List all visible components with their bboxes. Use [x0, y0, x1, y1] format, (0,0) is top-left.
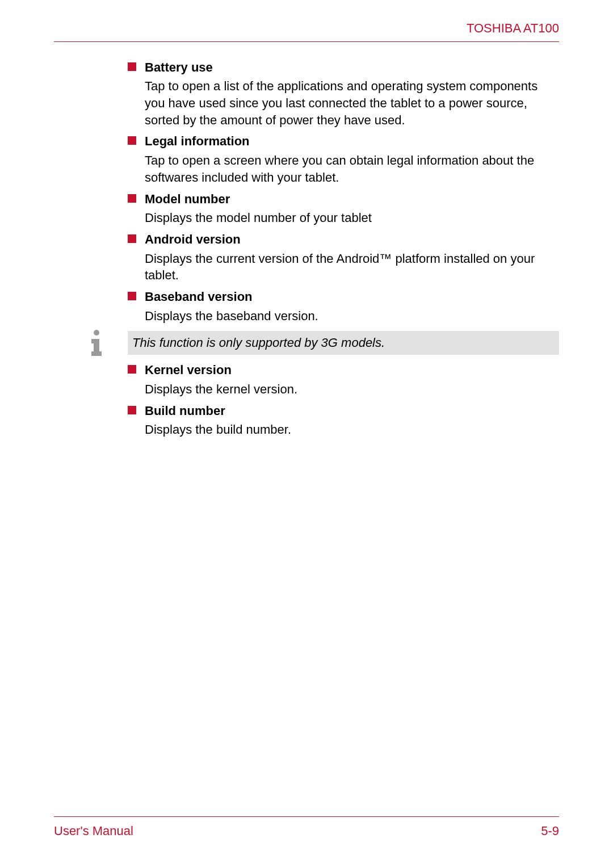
bullet-heading: Battery use [145, 59, 213, 76]
bullet-description: Displays the current version of the Andr… [128, 250, 559, 284]
bullet-square-icon [128, 406, 136, 414]
bullet-description: Displays the kernel version. [128, 381, 559, 398]
content-area: Battery use Tap to open a list of the ap… [54, 59, 559, 438]
bullet-description: Displays the baseband version. [128, 308, 559, 325]
manual-page: TOSHIBA AT100 Battery use Tap to open a … [0, 0, 613, 868]
bullet-description: Tap to open a list of the applications a… [128, 78, 559, 128]
bullet-line: Baseband version [128, 288, 559, 305]
note-box: This function is only supported by 3G mo… [128, 331, 559, 355]
bullet-square-icon [128, 234, 136, 243]
bullet-heading: Model number [145, 191, 230, 208]
bullet-square-icon [128, 292, 136, 300]
bullet-square-icon [128, 136, 136, 145]
info-icon [82, 329, 111, 357]
bullet-line: Battery use [128, 59, 559, 76]
bullet-item: Model number Displays the model number o… [128, 191, 559, 227]
bullet-line: Kernel version [128, 362, 559, 379]
footer-row: User's Manual 5-9 [54, 823, 559, 840]
note-text: This function is only supported by 3G mo… [132, 336, 385, 350]
header-product-title: TOSHIBA AT100 [54, 20, 559, 41]
footer-left: User's Manual [54, 823, 133, 840]
bullet-heading: Android version [145, 231, 241, 248]
note-row: This function is only supported by 3G mo… [82, 329, 559, 357]
bullet-line: Build number [128, 402, 559, 420]
bullet-heading: Kernel version [145, 362, 232, 379]
header-rule [54, 41, 559, 42]
bullet-item: Kernel version Displays the kernel versi… [128, 362, 559, 397]
footer-rule [54, 816, 559, 817]
bullet-description: Displays the model number of your tablet [128, 209, 559, 227]
bullet-square-icon [128, 194, 136, 203]
bullet-item: Android version Displays the current ver… [128, 231, 559, 284]
bullet-heading: Baseband version [145, 288, 253, 305]
bullet-description: Displays the build number. [128, 421, 559, 438]
bullet-line: Android version [128, 231, 559, 248]
bullet-heading: Build number [145, 402, 225, 420]
bullet-item: Build number Displays the build number. [128, 402, 559, 438]
bullet-line: Legal information [128, 133, 559, 150]
svg-point-0 [94, 330, 99, 336]
bullet-item: Battery use Tap to open a list of the ap… [128, 59, 559, 129]
bullet-square-icon [128, 62, 136, 71]
bullet-line: Model number [128, 191, 559, 208]
bullet-item: Baseband version Displays the baseband v… [128, 288, 559, 324]
footer: User's Manual 5-9 [54, 816, 559, 840]
footer-page-number: 5-9 [541, 823, 559, 840]
bullet-square-icon [128, 365, 136, 374]
bullet-item: Legal information Tap to open a screen w… [128, 133, 559, 186]
bullet-description: Tap to open a screen where you can obtai… [128, 152, 559, 186]
bullet-heading: Legal information [145, 133, 250, 150]
